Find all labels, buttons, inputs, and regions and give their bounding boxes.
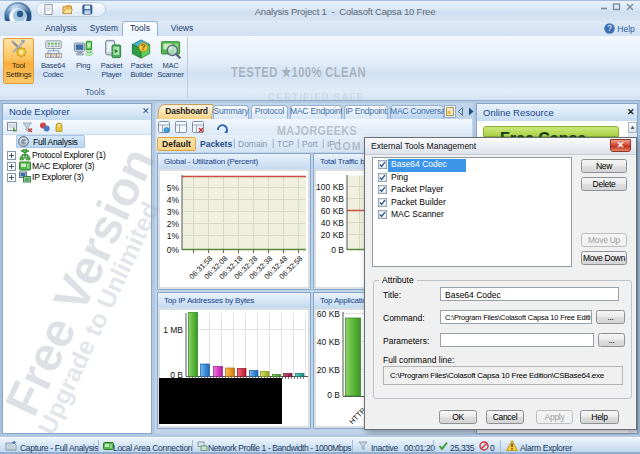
svg-text:?: ? — [607, 23, 612, 33]
svg-text:?: ? — [141, 43, 146, 52]
